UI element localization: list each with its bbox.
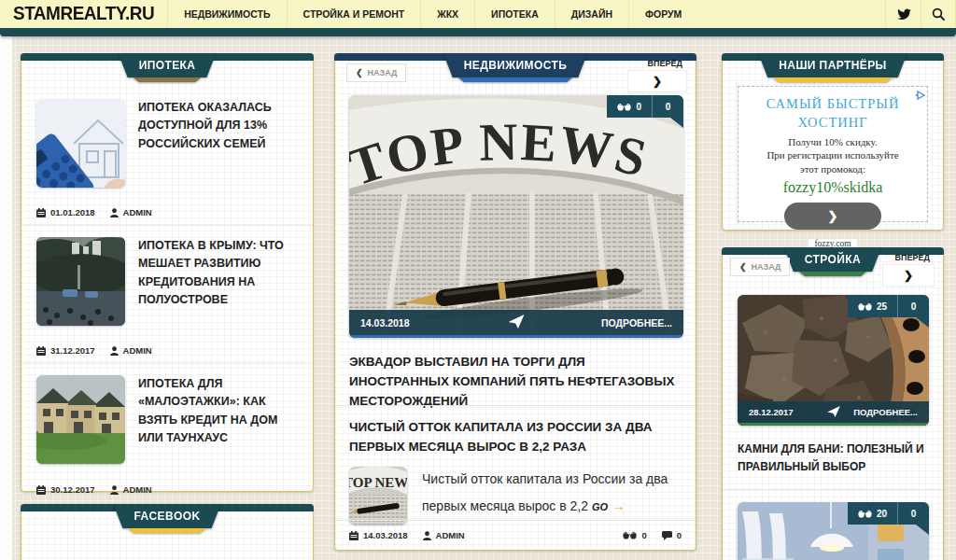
nav-item-zhkh[interactable]: ЖКХ: [420, 0, 474, 28]
badge-tail: [916, 525, 929, 535]
list-item[interactable]: ИПОТЕКА ДЛЯ «МАЛОЭТАЖКИ»: КАК ВЗЯТЬ КРЕД…: [21, 364, 313, 502]
chevron-right-icon: ❯: [653, 75, 662, 88]
twitter-icon[interactable]: [885, 0, 921, 28]
ad-cta-button[interactable]: ❯: [784, 203, 881, 230]
sauna-stones-image[interactable]: 25 0 28.12.2017 ПОДРОБНЕЕ...: [738, 295, 929, 426]
hosting-ad[interactable]: САМЫЙ БЫСТРЫЙХОСТИНГ Получи 10% скидку.П…: [738, 86, 928, 222]
article-meta: 30.12.2017 ADMIN: [36, 484, 298, 495]
comments-count: 0: [911, 509, 917, 519]
stroika-headline[interactable]: КАМНИ ДЛЯ БАНИ: ПОЛЕЗНЫЙ И ПРАВИЛЬНЫЙ ВЫ…: [738, 441, 928, 475]
bathroom-interior-image[interactable]: 20 0: [738, 502, 929, 560]
calendar-icon: [36, 208, 46, 217]
comments-count: 0: [666, 102, 671, 112]
top-nav: STAMREALTY.RU НЕДВИЖИМОСТЬ СТРОЙКА И РЕМ…: [0, 0, 956, 28]
townhouse-image[interactable]: [36, 375, 125, 464]
chevron-left-icon: ❮: [739, 262, 747, 272]
stroika-forward-button[interactable]: ❯: [882, 264, 935, 287]
headline-ecuador[interactable]: ЭКВАДОР ВЫСТАВИЛ НА ТОРГИ ДЛЯ ИНОСТРАННЫ…: [349, 353, 682, 412]
excerpt-text-block: Чистый отток капитала из России за два п…: [422, 467, 682, 520]
nav-item-ipoteka[interactable]: ИПОТЕКА: [474, 0, 555, 28]
stroika-ribbon: СТРОЙКА: [784, 247, 881, 276]
article-meta: 01.01.2018 ADMIN: [36, 207, 298, 217]
go-link[interactable]: GO: [592, 501, 608, 512]
back-label: НАЗАД: [368, 68, 398, 77]
page-left-gutter: [0, 36, 12, 560]
realty-bottom-meta: 14.03.2018 ADMIN 0 0: [335, 520, 696, 550]
realty-back-button[interactable]: ❮НАЗАД: [346, 63, 406, 82]
realty-forward-button[interactable]: ❯: [627, 70, 687, 92]
meta-comments: 0: [677, 530, 682, 540]
mortgage-panel: ИПОТЕКА ИПОТЕКА ОКАЗАЛАСЬ ДОСТУПНОЙ ДЛЯ …: [21, 53, 314, 492]
stroika-section-title: СТРОЙКА: [784, 247, 881, 272]
adchoices-icon[interactable]: [915, 88, 926, 105]
views-glasses-icon: [617, 103, 631, 111]
search-icon[interactable]: [921, 0, 956, 28]
comments-badge: 0: [897, 295, 929, 317]
card-date: 28.12.2017: [749, 407, 794, 417]
views-glasses-icon: [858, 510, 872, 518]
back-label: НАЗАД: [752, 262, 781, 272]
ad-headline-line2: ХОСТИНГ: [742, 114, 923, 133]
mortgage-article-list: ИПОТЕКА ОКАЗАЛАСЬ ДОСТУПНОЙ ДЛЯ 13% РОСС…: [21, 88, 313, 502]
site-logo[interactable]: STAMREALTY.RU: [0, 0, 167, 29]
stroika-back-button[interactable]: ❮НАЗАД: [730, 258, 790, 276]
top-news-image[interactable]: TOP NEWS 0 0 14.03.2018 ПОДРОБНЕЕ: [349, 95, 683, 338]
ad-body-line3: этот промокод:: [742, 162, 923, 175]
nav-item-stroika-remont[interactable]: СТРОЙКА И РЕМОНТ: [287, 0, 421, 28]
nav-spacer: [697, 0, 885, 28]
article-author: ADMIN: [123, 207, 152, 217]
excerpt-text: Чистый отток капитала из России за два п…: [422, 471, 668, 513]
article-author: ADMIN: [123, 484, 152, 495]
author-icon: [110, 208, 119, 217]
facebook-ribbon-edge: [128, 528, 205, 533]
article-top: ИПОТЕКА В КРЫМУ: ЧТО МЕШАЕТ РАЗВИТИЮ КРЕ…: [36, 237, 298, 326]
nav-item-nedvizhimost[interactable]: НЕДВИЖИМОСТЬ: [167, 0, 286, 28]
go-arrow-icon[interactable]: →: [612, 497, 626, 513]
article-top: ИПОТЕКА ОКАЗАЛАСЬ ДОСТУПНОЙ ДЛЯ 13% РОСС…: [36, 99, 298, 188]
nav-item-forum[interactable]: ФОРУМ: [628, 0, 697, 28]
meta-author: ADMIN: [436, 530, 465, 540]
page: { "header": { "logo": "STAMREALTY.RU", "…: [0, 0, 956, 560]
facebook-ribbon: FACEBOOK: [113, 504, 220, 533]
author-icon: [423, 531, 431, 540]
excerpt-row: TOP NEWS Чистый отток капитала из России…: [349, 467, 682, 525]
mortgage-ribbon-edge: [134, 77, 202, 82]
views-glasses-icon: [858, 302, 872, 311]
realty-section-title: НЕДВИЖИМОСТЬ: [443, 53, 587, 77]
article-title[interactable]: ИПОТЕКА ОКАЗАЛАСЬ ДОСТУПНОЙ ДЛЯ 13% РОСС…: [138, 99, 298, 188]
chevron-right-icon: ❯: [904, 269, 913, 282]
realty-forward-label: ВПЕРЁД: [648, 59, 682, 68]
ad-headline-line1: САМЫЙ БЫСТРЫЙ: [742, 95, 923, 114]
ad-headline: САМЫЙ БЫСТРЫЙХОСТИНГ: [742, 95, 923, 132]
thumbnail-headline-text: TOP NEWS: [349, 475, 407, 490]
header-shadow-bar: [0, 28, 956, 36]
list-item[interactable]: ИПОТЕКА В КРЫМУ: ЧТО МЕШАЕТ РАЗВИТИЮ КРЕ…: [21, 226, 313, 364]
card-info-bar: 28.12.2017 ПОДРОБНЕЕ...: [738, 401, 929, 426]
article-title[interactable]: ИПОТЕКА В КРЫМУ: ЧТО МЕШАЕТ РАЗВИТИЮ КРЕ…: [138, 237, 298, 326]
chevron-left-icon: ❮: [356, 68, 363, 77]
nav-item-dizain[interactable]: ДИЗАЙН: [555, 0, 628, 28]
headline-capital-outflow[interactable]: ЧИСТЫЙ ОТТОК КАПИТАЛА ИЗ РОССИИ ЗА ДВА П…: [349, 418, 682, 457]
partners-panel: НАШИ ПАРТНЁРЫ САМЫЙ БЫСТРЫЙХОСТИНГ Получ…: [722, 53, 944, 231]
partners-ribbon: НАШИ ПАРТНЁРЫ: [758, 53, 907, 82]
ad-body: Получи 10% скидку.При регистрации исполь…: [742, 135, 923, 175]
article-title[interactable]: ИПОТЕКА ДЛЯ «МАЛОЭТАЖКИ»: КАК ВЗЯТЬ КРЕД…: [138, 375, 298, 464]
card-badges: 20 0: [848, 502, 929, 525]
top-news-thumbnail[interactable]: TOP NEWS: [349, 467, 407, 525]
views-glasses-icon: [623, 531, 637, 539]
featured-badges: 0 0: [607, 95, 683, 118]
article-author: ADMIN: [123, 345, 152, 356]
partners-ribbon-edge: [773, 77, 892, 82]
stroika-panel: СТРОЙКА ❮НАЗАД ВПЕРЁД ❯ 25 0: [722, 247, 944, 560]
card-more-link[interactable]: ПОДРОБНЕЕ...: [853, 407, 918, 417]
divider: [723, 489, 943, 490]
author-icon: [110, 485, 119, 495]
calculator-house-image[interactable]: [36, 99, 125, 188]
article-meta: 31.12.2017 ADMIN: [36, 345, 298, 356]
stroika-forward-label: ВПЕРЁД: [895, 253, 930, 262]
mortgage-ribbon: ИПОТЕКА: [119, 53, 217, 82]
crimea-coast-image[interactable]: [36, 237, 125, 326]
featured-more-link[interactable]: ПОДРОБНЕЕ...: [601, 317, 672, 329]
realty-ribbon-edge: [458, 77, 572, 82]
list-item[interactable]: ИПОТЕКА ОКАЗАЛАСЬ ДОСТУПНОЙ ДЛЯ 13% РОСС…: [21, 88, 313, 226]
